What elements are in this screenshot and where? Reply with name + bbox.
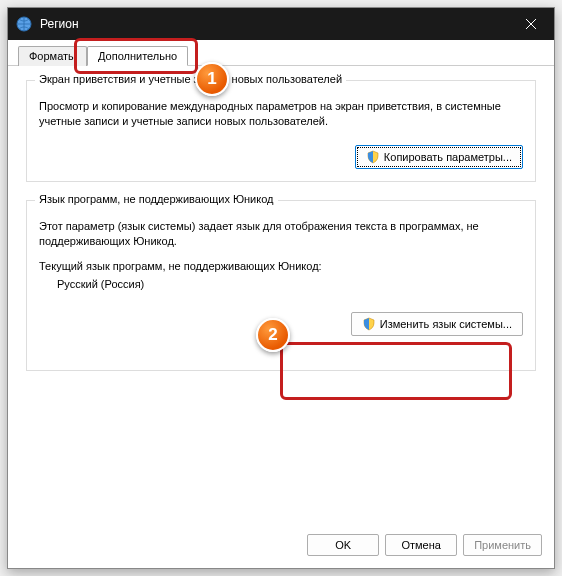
copy-settings-label: Копировать параметры... [384,151,512,163]
apply-button[interactable]: Применить [463,534,542,556]
titlebar: Регион [8,8,554,40]
group-non-unicode-title: Язык программ, не поддерживающих Юникод [35,193,278,205]
dialog-footer: OK Отмена Применить [8,522,554,568]
ok-button[interactable]: OK [307,534,379,556]
change-system-locale-label: Изменить язык системы... [380,318,512,330]
close-button[interactable] [508,8,554,40]
region-dialog: Регион Форматы Дополнительно Экран приве… [7,7,555,569]
group-non-unicode-text: Этот параметр (язык системы) задает язык… [39,219,523,249]
tab-content: Экран приветствия и учетные записи новых… [8,66,554,522]
copy-settings-button[interactable]: Копировать параметры... [355,145,523,169]
tab-advanced[interactable]: Дополнительно [87,46,188,66]
window-title: Регион [40,17,508,31]
group-welcome-text: Просмотр и копирование международных пар… [39,99,523,129]
tab-formats[interactable]: Форматы [18,46,87,66]
current-language-value: Русский (Россия) [39,278,523,290]
current-language-label: Текущий язык программ, не поддерживающих… [39,260,523,272]
change-system-locale-button[interactable]: Изменить язык системы... [351,312,523,336]
group-non-unicode: Язык программ, не поддерживающих Юникод … [26,200,536,372]
cancel-button[interactable]: Отмена [385,534,457,556]
tab-strip: Форматы Дополнительно [8,40,554,66]
group-welcome-title: Экран приветствия и учетные записи новых… [35,73,346,85]
globe-icon [16,16,32,32]
shield-icon [366,150,380,164]
group-welcome-screen: Экран приветствия и учетные записи новых… [26,80,536,182]
shield-icon [362,317,376,331]
